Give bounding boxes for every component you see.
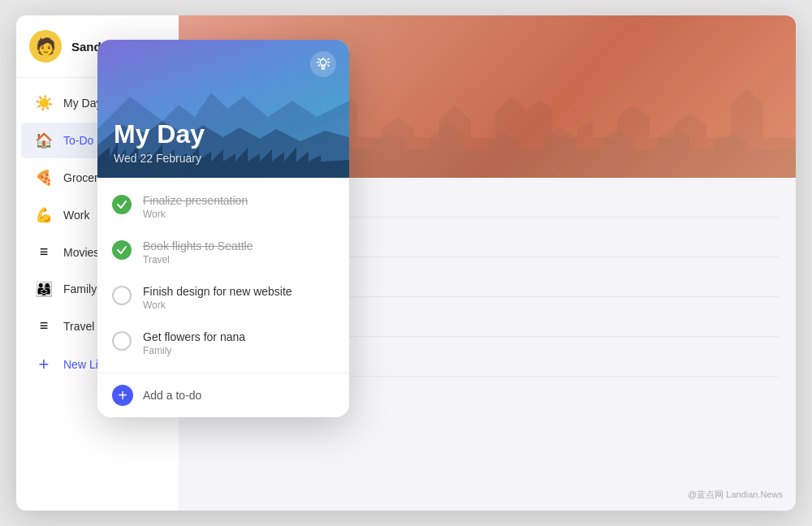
card-subtitle: Wed 22 February [114,152,205,165]
card-task-item-1[interactable]: Finalize presentation Work [97,184,349,230]
check-empty-3 [112,286,132,305]
pizza-icon: 🍕 [34,169,54,187]
sidebar-label-work: Work [63,209,89,222]
sidebar-label-travel: Travel [63,320,94,333]
sidebar-label-my-day: My Day [63,97,102,110]
sun-icon: ☀️ [34,94,54,112]
plus-icon: + [34,354,54,375]
check-done-2 [112,240,132,260]
card-task-item-2[interactable]: Book flights to Seattle Travel [97,230,349,275]
card-task-item-3[interactable]: Finish design for new website Work [97,275,349,321]
svg-point-0 [320,59,326,66]
task-tag-4: Family [143,345,245,356]
add-todo-label: Add a to-do [143,389,201,402]
task-name-2: Book flights to Seattle [143,239,253,252]
task-content-1: Finalize presentation Work [143,194,248,220]
task-name-3: Finish design for new website [143,285,292,298]
task-tag-3: Work [143,300,292,311]
lightbulb-icon [316,57,330,71]
check-done-1 [112,195,132,214]
lightbulb-button[interactable] [310,51,336,77]
card-header-content: My Day Wed 22 February [114,120,205,165]
sidebar-label-family: Family [63,282,97,295]
card-task-item-4[interactable]: Get flowers for nana Family [97,321,349,366]
task-content-3: Finish design for new website Work [143,285,292,311]
task-content-4: Get flowers for nana Family [143,330,245,356]
sidebar-label-to-do: To-Do [63,134,93,147]
card-title: My Day [114,120,205,149]
muscle-icon: 💪 [34,206,54,224]
task-name-4: Get flowers for nana [143,330,245,343]
myday-card: My Day Wed 22 February [97,40,349,417]
task-tag-2: Travel [143,254,253,265]
check-empty-4 [112,331,132,351]
card-footer-add[interactable]: + Add a to-do [97,373,349,417]
list2-icon: ≡ [34,317,54,334]
home-icon: 🏠 [34,132,54,149]
task-tag-1: Work [143,209,248,220]
card-tasks: Finalize presentation Work Book flights … [97,178,349,373]
family-icon: 👨‍👩‍👧 [34,280,54,298]
card-header: My Day Wed 22 February [97,40,349,178]
app-container: 🧑 Sandra Smith ☀️ My Day 🏠 To-Do 🍕 Groce… [16,15,796,511]
watermark: @蓝点网 Landian.News [688,489,783,501]
add-todo-icon: + [112,385,133,406]
task-content-2: Book flights to Seattle Travel [143,239,253,265]
avatar: 🧑 [29,30,62,63]
list-icon: ≡ [34,244,54,261]
task-name-1: Finalize presentation [143,194,248,207]
